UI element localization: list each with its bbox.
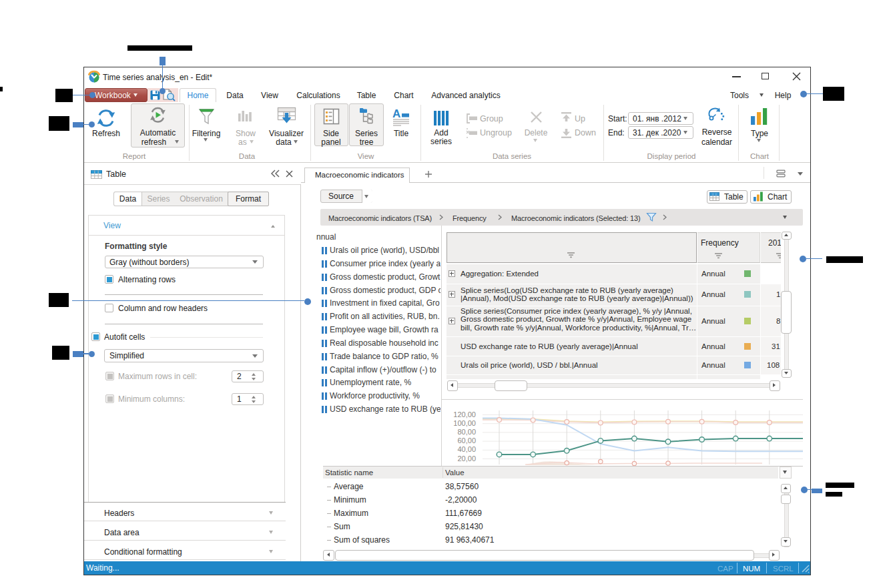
svg-text:A: A xyxy=(392,107,400,120)
